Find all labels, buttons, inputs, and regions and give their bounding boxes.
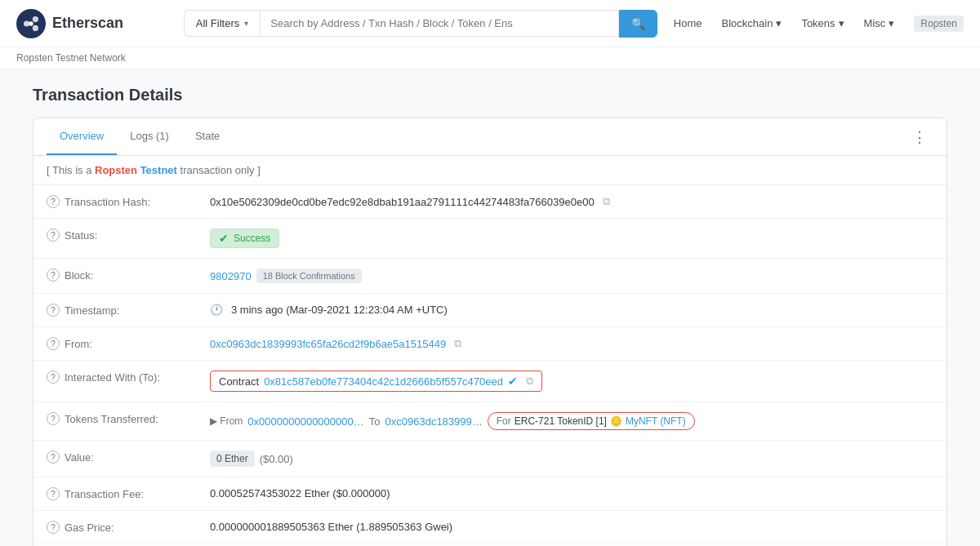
status-row: ? Status: ✔ Success bbox=[33, 219, 947, 259]
contract-box: Contract 0x81c587eb0fe773404c42c1d2666b5… bbox=[210, 371, 542, 392]
token-from-address[interactable]: 0x0000000000000000… bbox=[247, 415, 363, 428]
interacted-label: ? Interacted With (To): bbox=[47, 371, 210, 384]
svg-point-3 bbox=[33, 24, 38, 30]
status-badge: ✔ Success bbox=[210, 229, 279, 248]
alert-prefix: [ This is a bbox=[47, 164, 95, 176]
filter-button[interactable]: All Filters ▾ bbox=[184, 10, 260, 37]
status-value: ✔ Success bbox=[210, 229, 933, 248]
txn-fee-help-icon[interactable]: ? bbox=[47, 487, 60, 500]
erc-label: ERC-721 TokenID [1] bbox=[514, 415, 607, 427]
logo-text: Etherscan bbox=[52, 15, 123, 32]
top-header: Etherscan All Filters ▾ 🔍 Home Blockchai… bbox=[0, 0, 980, 47]
tab-overview[interactable]: Overview bbox=[47, 118, 117, 155]
txn-hash-row: ? Transaction Hash: 0x10e5062309de0cd0be… bbox=[33, 185, 947, 219]
block-help-icon[interactable]: ? bbox=[47, 269, 60, 282]
value-row: ? Value: 0 Ether ($0.00) bbox=[33, 441, 947, 477]
alert-testnet: Testnet bbox=[140, 164, 177, 176]
nav-tokens[interactable]: Tokens ▾ bbox=[801, 17, 844, 29]
nft-box: For ERC-721 TokenID [1] 🪙 MyNFT (NFT) bbox=[488, 412, 695, 430]
alert-suffix: transaction only ] bbox=[180, 164, 261, 176]
tokens-help-icon[interactable]: ? bbox=[47, 412, 60, 425]
gas-price-row: ? Gas Price: 0.000000001889505363 Ether … bbox=[33, 511, 947, 544]
contract-verified-icon: ✔ bbox=[508, 375, 518, 388]
value-help-icon[interactable]: ? bbox=[47, 451, 60, 464]
from-label: ? From: bbox=[47, 337, 210, 350]
txn-hash-copy-icon[interactable]: ⧉ bbox=[603, 195, 610, 208]
from-address-link[interactable]: 0xc0963dc1839993fc65fa26cd2f9b6ae5a15154… bbox=[210, 338, 446, 350]
contract-copy-icon[interactable]: ⧉ bbox=[526, 375, 533, 388]
svg-point-2 bbox=[33, 16, 38, 22]
confirmations-badge: 18 Block Confirmations bbox=[256, 269, 362, 283]
svg-point-1 bbox=[24, 20, 29, 26]
misc-chevron-icon: ▾ bbox=[889, 17, 894, 29]
from-help-icon[interactable]: ? bbox=[47, 337, 60, 350]
token-to-address[interactable]: 0xc0963dc183999… bbox=[385, 415, 483, 428]
timestamp-help-icon[interactable]: ? bbox=[47, 304, 60, 317]
main-content: Transaction Details Overview Logs (1) St… bbox=[16, 86, 964, 546]
txn-hash-text: 0x10e5062309de0cd0be7edc92e8dbab191aa279… bbox=[210, 196, 595, 208]
block-value: 9802970 18 Block Confirmations bbox=[210, 269, 933, 283]
sub-header-label: Ropsten Testnet Network bbox=[16, 52, 126, 64]
interacted-with-row: ? Interacted With (To): Contract 0x81c58… bbox=[33, 361, 947, 402]
nft-name-link[interactable]: MyNFT (NFT) bbox=[626, 415, 686, 427]
page-title: Transaction Details bbox=[33, 86, 947, 104]
block-row: ? Block: 9802970 18 Block Confirmations bbox=[33, 259, 947, 294]
status-check-icon: ✔ bbox=[219, 232, 229, 245]
contract-label-text: Contract bbox=[219, 375, 259, 388]
timestamp-row: ? Timestamp: 🕐 3 mins ago (Mar-09-2021 1… bbox=[33, 294, 947, 327]
txn-hash-value: 0x10e5062309de0cd0be7edc92e8dbab191aa279… bbox=[210, 195, 933, 208]
filter-label: All Filters bbox=[196, 17, 239, 29]
alert-ropsten: Ropsten bbox=[95, 164, 137, 176]
contract-address-link[interactable]: 0x81c587eb0fe773404c42c1d2666b5f557c470e… bbox=[264, 375, 503, 388]
clock-icon: 🕐 bbox=[210, 304, 223, 316]
txn-fee-value: 0.00052574353022 Ether ($0.000000) bbox=[210, 487, 933, 499]
tokens-label: ? Tokens Transferred: bbox=[47, 412, 210, 425]
blockchain-chevron-icon: ▾ bbox=[776, 17, 782, 29]
transaction-card: Overview Logs (1) State ⋮ [ This is a Ro… bbox=[33, 118, 947, 546]
from-copy-icon[interactable]: ⧉ bbox=[454, 337, 461, 350]
status-label: ? Status: bbox=[47, 229, 210, 242]
status-text: Success bbox=[234, 233, 270, 244]
nav-blockchain[interactable]: Blockchain ▾ bbox=[722, 17, 782, 29]
from-row: ? From: 0xc0963dc1839993fc65fa26cd2f9b6a… bbox=[33, 327, 947, 361]
tokens-chevron-icon: ▾ bbox=[839, 17, 844, 29]
value-value: 0 Ether ($0.00) bbox=[210, 451, 933, 467]
txn-fee-label: ? Transaction Fee: bbox=[47, 487, 210, 500]
gas-price-text: 0.000000001889505363 Ether (1.889505363 … bbox=[210, 521, 452, 533]
gas-price-help-icon[interactable]: ? bbox=[47, 521, 60, 534]
timestamp-text: 3 mins ago (Mar-09-2021 12:23:04 AM +UTC… bbox=[231, 304, 448, 316]
nav-misc[interactable]: Misc ▾ bbox=[864, 17, 895, 29]
filter-chevron-icon: ▾ bbox=[244, 19, 248, 28]
interacted-value: Contract 0x81c587eb0fe773404c42c1d2666b5… bbox=[210, 371, 933, 392]
timestamp-value: 🕐 3 mins ago (Mar-09-2021 12:23:04 AM +U… bbox=[210, 304, 933, 316]
nft-coin-icon: 🪙 bbox=[610, 415, 622, 427]
tokens-value: ▶ From 0x0000000000000000… To 0xc0963dc1… bbox=[210, 412, 933, 430]
ropsten-badge: Ropsten bbox=[914, 16, 964, 32]
value-usd: ($0.00) bbox=[260, 453, 293, 465]
timestamp-label: ? Timestamp: bbox=[47, 304, 210, 317]
search-input[interactable] bbox=[260, 10, 619, 37]
from-value: 0xc0963dc1839993fc65fa26cd2f9b6ae5a15154… bbox=[210, 337, 933, 350]
gas-price-label: ? Gas Price: bbox=[47, 521, 210, 534]
txn-fee-row: ? Transaction Fee: 0.00052574353022 Ethe… bbox=[33, 477, 947, 511]
status-help-icon[interactable]: ? bbox=[47, 229, 60, 242]
nav-home[interactable]: Home bbox=[674, 14, 702, 33]
search-icon: 🔍 bbox=[631, 17, 645, 30]
value-label: ? Value: bbox=[47, 451, 210, 464]
gas-price-value: 0.000000001889505363 Ether (1.889505363 … bbox=[210, 521, 933, 533]
search-button[interactable]: 🔍 bbox=[619, 10, 657, 38]
tab-logs[interactable]: Logs (1) bbox=[117, 118, 182, 155]
block-number-link[interactable]: 9802970 bbox=[210, 270, 252, 282]
value-amount-badge: 0 Ether bbox=[210, 451, 255, 467]
txn-hash-label: ? Transaction Hash: bbox=[47, 195, 210, 208]
txn-hash-help-icon[interactable]: ? bbox=[47, 195, 60, 208]
token-from-label: ▶ From bbox=[210, 415, 243, 427]
token-transfer-row: ▶ From 0x0000000000000000… To 0xc0963dc1… bbox=[210, 412, 695, 430]
tab-menu-button[interactable]: ⋮ bbox=[906, 122, 933, 153]
tab-state[interactable]: State bbox=[182, 118, 233, 155]
token-to-text: To bbox=[369, 415, 381, 428]
alert-banner: [ This is a Ropsten Testnet transaction … bbox=[33, 156, 947, 185]
svg-point-4 bbox=[29, 21, 33, 25]
main-nav: Home Blockchain ▾ Tokens ▾ Misc ▾ Ropste… bbox=[674, 14, 964, 33]
interacted-help-icon[interactable]: ? bbox=[47, 371, 60, 384]
